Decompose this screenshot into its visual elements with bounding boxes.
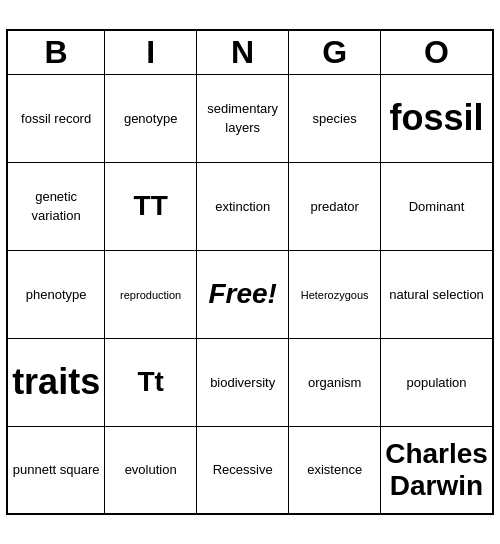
table-row: fossil recordgenotypesedimentary layerss… <box>7 74 493 162</box>
cell-content: Heterozygous <box>301 289 369 301</box>
cell-content: phenotype <box>26 287 87 302</box>
bingo-cell: Dominant <box>381 162 493 250</box>
bingo-grid: B I N G O fossil recordgenotypesedimenta… <box>6 29 494 515</box>
bingo-cell: predator <box>289 162 381 250</box>
bingo-cell: reproduction <box>105 250 197 338</box>
cell-content: traits <box>12 361 100 402</box>
bingo-cell: fossil <box>381 74 493 162</box>
header-i: I <box>105 30 197 74</box>
cell-content: fossil record <box>21 111 91 126</box>
header-g: G <box>289 30 381 74</box>
header-row: B I N G O <box>7 30 493 74</box>
cell-content: fossil <box>390 97 484 138</box>
header-o: O <box>381 30 493 74</box>
cell-content: Charles Darwin <box>385 438 488 501</box>
cell-content: genotype <box>124 111 178 126</box>
table-row: traitsTtbiodiversityorganismpopulation <box>7 338 493 426</box>
cell-content: predator <box>310 199 358 214</box>
bingo-cell: organism <box>289 338 381 426</box>
cell-content: Recessive <box>213 462 273 477</box>
bingo-cell: Heterozygous <box>289 250 381 338</box>
cell-content: reproduction <box>120 289 181 301</box>
bingo-cell: fossil record <box>7 74 105 162</box>
bingo-cell: population <box>381 338 493 426</box>
bingo-cell: traits <box>7 338 105 426</box>
cell-content: sedimentary layers <box>207 101 278 135</box>
table-row: genetic variationTTextinctionpredatorDom… <box>7 162 493 250</box>
header-b: B <box>7 30 105 74</box>
cell-content: Free! <box>208 278 276 309</box>
bingo-cell: extinction <box>197 162 289 250</box>
bingo-cell: genetic variation <box>7 162 105 250</box>
cell-content: biodiversity <box>210 375 275 390</box>
bingo-cell: Charles Darwin <box>381 426 493 514</box>
bingo-cell: natural selection <box>381 250 493 338</box>
cell-content: population <box>407 375 467 390</box>
bingo-cell: genotype <box>105 74 197 162</box>
cell-content: evolution <box>125 462 177 477</box>
cell-content: punnett square <box>13 462 100 477</box>
cell-content: existence <box>307 462 362 477</box>
bingo-cell: Tt <box>105 338 197 426</box>
bingo-cell: biodiversity <box>197 338 289 426</box>
cell-content: TT <box>134 190 168 221</box>
bingo-cell: phenotype <box>7 250 105 338</box>
cell-content: Dominant <box>409 199 465 214</box>
table-row: phenotypereproductionFree!Heterozygousna… <box>7 250 493 338</box>
cell-content: organism <box>308 375 361 390</box>
bingo-cell: TT <box>105 162 197 250</box>
bingo-cell: existence <box>289 426 381 514</box>
cell-content: species <box>313 111 357 126</box>
cell-content: extinction <box>215 199 270 214</box>
bingo-cell: Recessive <box>197 426 289 514</box>
cell-content: Tt <box>137 366 163 397</box>
bingo-cell: sedimentary layers <box>197 74 289 162</box>
bingo-cell: evolution <box>105 426 197 514</box>
cell-content: genetic variation <box>32 189 81 223</box>
bingo-cell: Free! <box>197 250 289 338</box>
header-n: N <box>197 30 289 74</box>
cell-content: natural selection <box>389 287 484 302</box>
bingo-cell: species <box>289 74 381 162</box>
bingo-cell: punnett square <box>7 426 105 514</box>
table-row: punnett squareevolutionRecessiveexistenc… <box>7 426 493 514</box>
